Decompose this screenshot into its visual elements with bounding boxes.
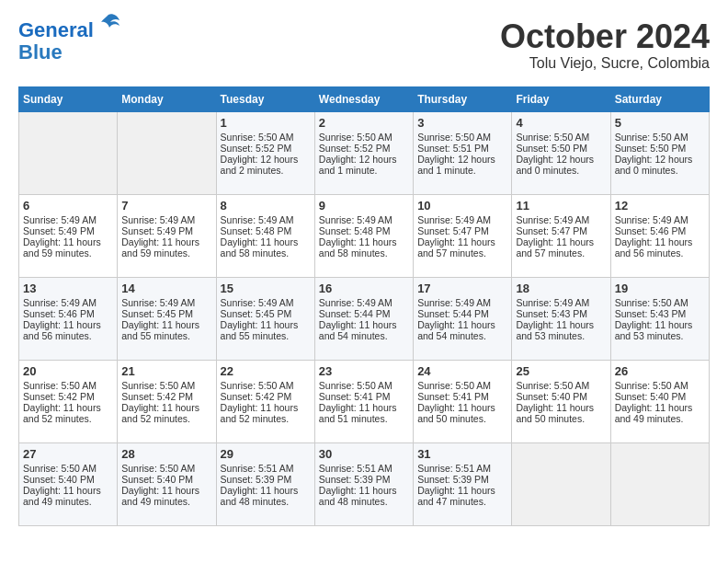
day-info: Sunrise: 5:50 AM bbox=[221, 380, 311, 391]
calendar-cell: 26Sunrise: 5:50 AMSunset: 5:40 PMDayligh… bbox=[610, 360, 709, 442]
day-info: and 56 minutes. bbox=[23, 330, 113, 341]
day-info: Daylight: 12 hours bbox=[319, 154, 409, 165]
day-info: Daylight: 11 hours bbox=[417, 236, 507, 247]
day-info: Sunrise: 5:50 AM bbox=[319, 380, 409, 391]
day-info: Sunset: 5:46 PM bbox=[23, 308, 113, 319]
day-info: Daylight: 11 hours bbox=[23, 485, 113, 496]
logo-general: General bbox=[18, 18, 94, 41]
day-info: Sunset: 5:52 PM bbox=[319, 143, 409, 154]
calendar-cell bbox=[512, 442, 610, 525]
day-info: Sunrise: 5:50 AM bbox=[615, 297, 705, 308]
calendar-cell: 2Sunrise: 5:50 AMSunset: 5:52 PMDaylight… bbox=[314, 111, 413, 194]
calendar-cell: 22Sunrise: 5:50 AMSunset: 5:42 PMDayligh… bbox=[216, 360, 314, 442]
day-info: and 55 minutes. bbox=[121, 330, 211, 341]
calendar-cell: 31Sunrise: 5:51 AMSunset: 5:39 PMDayligh… bbox=[414, 442, 512, 525]
calendar-cell: 28Sunrise: 5:50 AMSunset: 5:40 PMDayligh… bbox=[118, 442, 216, 525]
day-info: Sunrise: 5:50 AM bbox=[516, 380, 606, 391]
day-number: 17 bbox=[417, 282, 507, 295]
day-info: Sunset: 5:45 PM bbox=[121, 308, 211, 319]
day-info: Sunset: 5:45 PM bbox=[221, 308, 311, 319]
day-info: Sunrise: 5:49 AM bbox=[417, 214, 507, 225]
day-info: Sunset: 5:48 PM bbox=[221, 225, 311, 236]
day-info: and 1 minute. bbox=[319, 165, 409, 176]
calendar-week-5: 27Sunrise: 5:50 AMSunset: 5:40 PMDayligh… bbox=[19, 442, 710, 525]
day-number: 6 bbox=[23, 199, 113, 213]
day-number: 29 bbox=[221, 447, 311, 461]
day-info: Sunrise: 5:50 AM bbox=[121, 463, 211, 474]
day-info: and 2 minutes. bbox=[221, 165, 311, 176]
day-number: 24 bbox=[417, 364, 507, 378]
day-number: 9 bbox=[319, 199, 409, 213]
day-info: Sunrise: 5:49 AM bbox=[121, 214, 211, 225]
calendar-cell: 12Sunrise: 5:49 AMSunset: 5:46 PMDayligh… bbox=[610, 194, 709, 277]
calendar-cell bbox=[118, 111, 216, 194]
day-info: Sunrise: 5:50 AM bbox=[615, 132, 705, 143]
calendar-cell: 8Sunrise: 5:49 AMSunset: 5:48 PMDaylight… bbox=[216, 194, 314, 277]
day-info: Sunrise: 5:50 AM bbox=[417, 380, 507, 391]
day-info: and 50 minutes. bbox=[417, 413, 507, 424]
day-info: and 57 minutes. bbox=[417, 247, 507, 259]
day-info: Daylight: 11 hours bbox=[417, 485, 507, 496]
day-info: Daylight: 11 hours bbox=[23, 402, 113, 413]
calendar-cell: 3Sunrise: 5:50 AMSunset: 5:51 PMDaylight… bbox=[414, 111, 512, 194]
day-number: 4 bbox=[516, 116, 606, 130]
day-info: Daylight: 11 hours bbox=[221, 402, 311, 413]
day-info: Sunrise: 5:49 AM bbox=[221, 214, 311, 225]
day-info: and 59 minutes. bbox=[23, 247, 113, 259]
calendar-cell: 24Sunrise: 5:50 AMSunset: 5:41 PMDayligh… bbox=[414, 360, 512, 442]
day-info: Daylight: 11 hours bbox=[221, 485, 311, 496]
day-info: Daylight: 12 hours bbox=[615, 154, 705, 165]
day-info: and 52 minutes. bbox=[121, 413, 211, 424]
day-header-friday: Friday bbox=[512, 86, 610, 111]
day-info: Sunset: 5:42 PM bbox=[221, 391, 311, 402]
day-info: Sunrise: 5:49 AM bbox=[516, 297, 606, 308]
day-info: and 54 minutes. bbox=[417, 330, 507, 341]
day-number: 25 bbox=[516, 364, 606, 378]
day-info: Sunrise: 5:49 AM bbox=[121, 297, 211, 308]
calendar-cell: 17Sunrise: 5:49 AMSunset: 5:44 PMDayligh… bbox=[414, 277, 512, 360]
day-info: Sunset: 5:49 PM bbox=[121, 225, 211, 236]
day-info: Sunrise: 5:49 AM bbox=[417, 297, 507, 308]
day-info: and 59 minutes. bbox=[121, 247, 211, 259]
day-info: Daylight: 11 hours bbox=[121, 402, 211, 413]
logo: General Blue bbox=[18, 18, 121, 63]
day-info: Sunset: 5:47 PM bbox=[516, 225, 606, 236]
day-info: and 48 minutes. bbox=[319, 496, 409, 507]
day-info: Daylight: 11 hours bbox=[121, 319, 211, 330]
day-info: Sunrise: 5:49 AM bbox=[221, 297, 311, 308]
day-info: and 50 minutes. bbox=[516, 413, 606, 424]
day-info: Sunset: 5:48 PM bbox=[319, 225, 409, 236]
day-number: 15 bbox=[221, 282, 311, 295]
calendar-cell: 25Sunrise: 5:50 AMSunset: 5:40 PMDayligh… bbox=[512, 360, 610, 442]
calendar-cell: 10Sunrise: 5:49 AMSunset: 5:47 PMDayligh… bbox=[414, 194, 512, 277]
calendar-cell: 11Sunrise: 5:49 AMSunset: 5:47 PMDayligh… bbox=[512, 194, 610, 277]
day-info: Sunset: 5:40 PM bbox=[516, 391, 606, 402]
day-info: Daylight: 11 hours bbox=[319, 402, 409, 413]
calendar-cell: 27Sunrise: 5:50 AMSunset: 5:40 PMDayligh… bbox=[19, 442, 118, 525]
day-info: Sunset: 5:40 PM bbox=[23, 474, 113, 485]
calendar-cell: 1Sunrise: 5:50 AMSunset: 5:52 PMDaylight… bbox=[216, 111, 314, 194]
day-info: Sunset: 5:39 PM bbox=[417, 474, 507, 485]
day-info: Daylight: 11 hours bbox=[516, 319, 606, 330]
day-info: and 56 minutes. bbox=[615, 247, 705, 259]
day-info: Sunset: 5:39 PM bbox=[221, 474, 311, 485]
day-info: and 58 minutes. bbox=[319, 247, 409, 259]
day-info: Sunset: 5:40 PM bbox=[121, 474, 211, 485]
calendar-cell: 7Sunrise: 5:49 AMSunset: 5:49 PMDaylight… bbox=[118, 194, 216, 277]
day-info: Sunrise: 5:50 AM bbox=[23, 380, 113, 391]
day-number: 20 bbox=[23, 364, 113, 378]
day-info: Sunrise: 5:51 AM bbox=[417, 463, 507, 474]
day-info: Sunrise: 5:50 AM bbox=[319, 132, 409, 143]
day-info: Daylight: 12 hours bbox=[221, 154, 311, 165]
calendar-week-2: 6Sunrise: 5:49 AMSunset: 5:49 PMDaylight… bbox=[19, 194, 710, 277]
day-number: 30 bbox=[319, 447, 409, 461]
page-header: General Blue October 2024 Tolu Viejo, Su… bbox=[18, 18, 710, 72]
day-info: Daylight: 11 hours bbox=[221, 319, 311, 330]
day-info: Sunset: 5:43 PM bbox=[615, 308, 705, 319]
day-info: and 58 minutes. bbox=[221, 247, 311, 259]
day-info: Sunset: 5:44 PM bbox=[417, 308, 507, 319]
day-info: Daylight: 11 hours bbox=[417, 319, 507, 330]
day-info: Daylight: 11 hours bbox=[221, 236, 311, 247]
day-number: 19 bbox=[615, 282, 705, 295]
calendar-cell: 15Sunrise: 5:49 AMSunset: 5:45 PMDayligh… bbox=[216, 277, 314, 360]
